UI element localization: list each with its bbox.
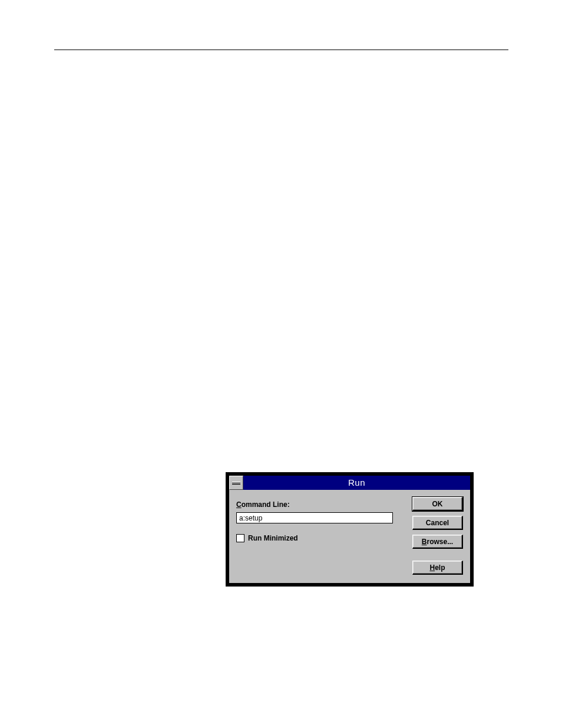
help-button[interactable]: Help xyxy=(412,561,463,575)
run-minimized-checkbox[interactable] xyxy=(236,534,244,542)
titlebar: Run xyxy=(229,476,470,490)
system-menu-button[interactable] xyxy=(229,476,243,490)
run-dialog: Run Command Line: Run Minimized OK xyxy=(226,472,474,587)
command-line-input[interactable] xyxy=(236,512,393,523)
browse-button[interactable]: Browse... xyxy=(412,535,463,549)
system-menu-icon xyxy=(232,482,240,485)
page-divider xyxy=(54,50,508,50)
ok-button[interactable]: OK xyxy=(412,497,463,511)
run-minimized-label: Run Minimized xyxy=(248,534,298,542)
title-text: Run xyxy=(243,476,470,490)
command-line-label: Command Line: xyxy=(236,500,401,509)
cancel-button[interactable]: Cancel xyxy=(412,516,463,530)
